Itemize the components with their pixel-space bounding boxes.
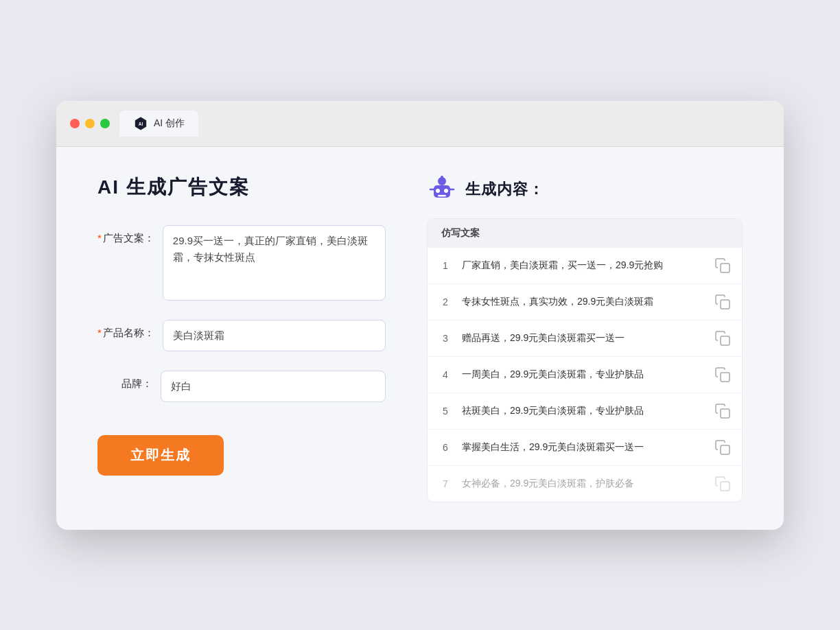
svg-text:AI: AI [139, 121, 143, 126]
table-row: 6 掌握美白生活，29.9元美白淡斑霜买一送一 [428, 430, 742, 466]
tab-label: AI 创作 [154, 117, 185, 130]
svg-rect-11 [721, 300, 730, 309]
traffic-lights [70, 119, 110, 128]
brand-group: 品牌： [97, 371, 386, 402]
table-row: 3 赠品再送，29.9元美白淡斑霜买一送一 [428, 320, 742, 357]
required-star-ad: * [97, 232, 102, 244]
row-num: 3 [439, 333, 452, 344]
row-text: 祛斑美白，29.9元美白淡斑霜，专业护肤品 [462, 404, 705, 418]
svg-point-7 [441, 176, 443, 178]
close-button[interactable] [70, 119, 80, 128]
row-num: 5 [439, 406, 452, 417]
tab-ai-creation[interactable]: AI AI 创作 [119, 110, 198, 137]
row-text: 一周美白，29.9元美白淡斑霜，专业护肤品 [462, 367, 705, 382]
table-row: 1 厂家直销，美白淡斑霜，买一送一，29.9元抢购 [428, 248, 742, 284]
copy-icon[interactable] [714, 366, 731, 383]
table-row: 4 一周美白，29.9元美白淡斑霜，专业护肤品 [428, 357, 742, 393]
row-num: 1 [439, 260, 452, 271]
svg-point-4 [444, 189, 448, 193]
svg-rect-16 [721, 482, 730, 491]
title-bar: AI AI 创作 [56, 101, 784, 147]
row-text: 专抹女性斑点，真实功效，29.9元美白淡斑霜 [462, 294, 705, 309]
browser-window: AI AI 创作 AI 生成广告文案 *广告文案： *产品名称： [56, 101, 784, 530]
row-num: 4 [439, 369, 452, 380]
row-text: 掌握美白生活，29.9元美白淡斑霜买一送一 [462, 440, 705, 454]
content-area: AI 生成广告文案 *广告文案： *产品名称： 品牌： 立即生成 [56, 147, 784, 530]
right-panel: 生成内容： 仿写文案 1 厂家直销，美白淡斑霜，买一送一，29.9元抢购 2 专… [427, 174, 743, 502]
table-row: 7 女神必备，29.9元美白淡斑霜，护肤必备 [428, 466, 742, 502]
row-num: 6 [439, 442, 452, 453]
copy-icon[interactable] [714, 257, 731, 274]
product-name-label: *产品名称： [97, 320, 154, 340]
copy-icon[interactable] [714, 403, 731, 419]
svg-rect-12 [721, 336, 730, 345]
svg-rect-15 [721, 445, 730, 454]
page-title: AI 生成广告文案 [97, 174, 386, 200]
row-text: 赠品再送，29.9元美白淡斑霜买一送一 [462, 331, 705, 345]
ad-copy-textarea[interactable] [163, 225, 386, 301]
copy-icon[interactable] [714, 439, 731, 456]
table-row: 5 祛斑美白，29.9元美白淡斑霜，专业护肤品 [428, 393, 742, 430]
minimize-button[interactable] [85, 119, 95, 128]
left-panel: AI 生成广告文案 *广告文案： *产品名称： 品牌： 立即生成 [97, 174, 386, 502]
copy-icon[interactable] [714, 476, 731, 492]
row-num: 2 [439, 296, 452, 307]
ad-copy-label: *广告文案： [97, 225, 154, 245]
svg-rect-14 [721, 409, 730, 418]
svg-rect-10 [721, 264, 730, 272]
row-text: 厂家直销，美白淡斑霜，买一送一，29.9元抢购 [462, 258, 705, 272]
maximize-button[interactable] [100, 119, 110, 128]
svg-point-3 [436, 189, 440, 193]
ai-tab-icon: AI [133, 116, 148, 131]
table-row: 2 专抹女性斑点，真实功效，29.9元美白淡斑霜 [428, 284, 742, 320]
ad-copy-group: *广告文案： [97, 225, 386, 301]
result-table: 仿写文案 1 厂家直销，美白淡斑霜，买一送一，29.9元抢购 2 专抹女性斑点，… [427, 218, 743, 502]
table-header: 仿写文案 [428, 219, 742, 248]
product-name-input[interactable] [163, 320, 386, 351]
required-star-product: * [97, 327, 102, 338]
copy-icon[interactable] [714, 330, 731, 347]
result-title: 生成内容： [465, 179, 544, 200]
svg-rect-5 [438, 195, 446, 197]
robot-icon [427, 174, 457, 205]
brand-input[interactable] [161, 371, 386, 402]
product-name-group: *产品名称： [97, 320, 386, 351]
generate-button[interactable]: 立即生成 [97, 435, 224, 476]
copy-icon[interactable] [714, 294, 731, 310]
brand-label: 品牌： [97, 371, 152, 390]
row-num: 7 [439, 478, 452, 489]
row-text: 女神必备，29.9元美白淡斑霜，护肤必备 [462, 476, 705, 491]
svg-rect-13 [721, 373, 730, 382]
result-header: 生成内容： [427, 174, 743, 205]
